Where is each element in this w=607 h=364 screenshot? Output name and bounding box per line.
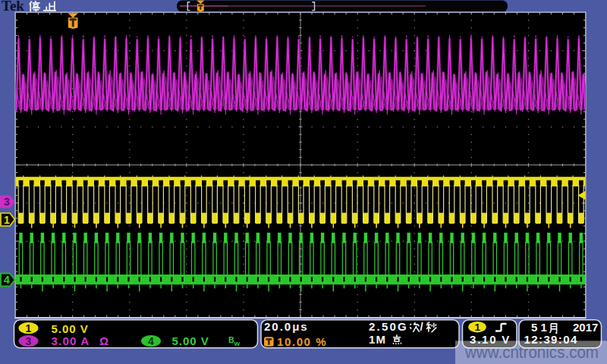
- svg-text:3: 3: [4, 196, 10, 208]
- svg-text:Tek: Tek: [2, 0, 24, 14]
- svg-text:2017: 2017: [573, 321, 598, 334]
- svg-text:W: W: [234, 340, 241, 347]
- svg-text:10.00 %: 10.00 %: [277, 335, 327, 348]
- svg-text:1: 1: [26, 322, 32, 334]
- svg-text:5.00 V: 5.00 V: [172, 334, 209, 347]
- svg-text:2.50G: 2.50G: [369, 320, 408, 333]
- svg-text:3: 3: [26, 335, 32, 347]
- svg-text:Ω: Ω: [99, 334, 109, 347]
- svg-text:1M: 1M: [369, 333, 386, 346]
- svg-text:20.0μs: 20.0μs: [264, 320, 309, 333]
- svg-text:3.00 A: 3.00 A: [52, 334, 90, 347]
- svg-text:5 1: 5 1: [531, 321, 547, 334]
- svg-text:4: 4: [4, 274, 10, 286]
- svg-text:1: 1: [475, 322, 481, 333]
- svg-text:5.00 V: 5.00 V: [52, 322, 89, 335]
- svg-text:4: 4: [148, 335, 154, 347]
- svg-text:1: 1: [4, 214, 10, 226]
- svg-text:www.cntronics.com: www.cntronics.com: [464, 343, 599, 362]
